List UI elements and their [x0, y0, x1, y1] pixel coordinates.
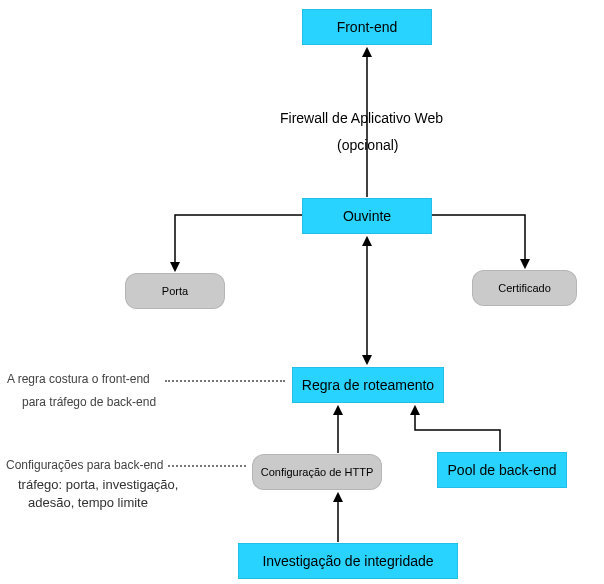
- backend-pool-label: Pool de back-end: [448, 462, 557, 478]
- http-note-line3: adesão, tempo limite: [28, 495, 148, 510]
- rule-note-line1: A regra costura o front-end: [7, 372, 150, 386]
- listener-node: Ouvinte: [302, 198, 432, 234]
- firewall-label-line1: Firewall de Aplicativo Web: [280, 110, 443, 126]
- front-end-label: Front-end: [337, 19, 398, 35]
- http-setting-label: Configuração de HTTP: [261, 466, 374, 478]
- firewall-label-line2: (opcional): [337, 137, 398, 153]
- backend-pool-node: Pool de back-end: [437, 452, 567, 488]
- http-dots: [168, 465, 246, 467]
- health-probe-label: Investigação de integridade: [262, 553, 433, 569]
- http-setting-node: Configuração de HTTP: [252, 454, 382, 490]
- listener-label: Ouvinte: [343, 208, 391, 224]
- certificate-label: Certificado: [498, 282, 551, 294]
- certificate-node: Certificado: [472, 270, 577, 306]
- front-end-node: Front-end: [302, 9, 432, 45]
- rule-dots: [165, 380, 285, 382]
- rule-note-line2: para tráfego de back-end: [22, 395, 156, 409]
- routing-rule-node: Regra de roteamento: [292, 367, 444, 403]
- port-node: Porta: [125, 273, 225, 309]
- health-probe-node: Investigação de integridade: [238, 543, 458, 579]
- routing-rule-label: Regra de roteamento: [302, 377, 434, 393]
- http-note-line2: tráfego: porta, investigação,: [18, 477, 178, 492]
- http-note-line1: Configurações para back-end: [6, 458, 163, 472]
- port-label: Porta: [162, 285, 188, 297]
